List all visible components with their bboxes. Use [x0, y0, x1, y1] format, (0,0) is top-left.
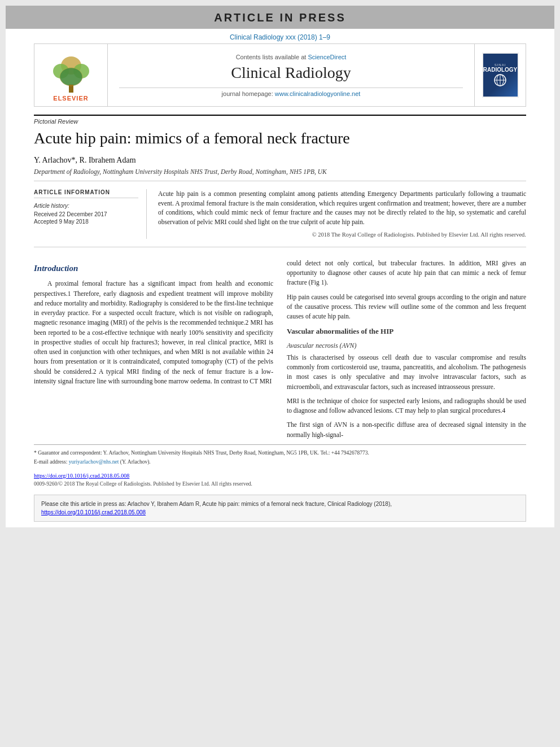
footnote-guarantor: * Guarantor and correspondent: Y. Arlach…	[34, 449, 526, 457]
intro-para3-text: Hip pain causes could be categorised int…	[287, 294, 526, 320]
article-affiliation: Department of Radiology, Nottingham Univ…	[34, 168, 526, 181]
citation-note-bar: Please cite this article in press as: Ar…	[34, 495, 526, 522]
journal-title: Clinical Radiology	[231, 64, 351, 82]
journal-citation-text: Clinical Radiology xxx (2018) 1–9	[230, 33, 330, 41]
avn-para3-text: The first sign of AVN is a non-specific …	[287, 421, 526, 438]
article-authors: Y. Arlachov*, R. Ibrahem Adam	[34, 156, 526, 165]
received-date: Received 22 December 2017	[34, 211, 138, 217]
avn-para2: MRI is the technique of choice for suspe…	[287, 396, 526, 416]
introduction-heading: Introduction	[34, 262, 273, 275]
article-in-press-text: ARTICLE IN PRESS	[214, 11, 346, 24]
footnote-guarantor-text: * Guarantor and correspondent: Y. Arlach…	[34, 450, 369, 456]
vascular-heading: Vascular abnormalities of the HIP	[287, 326, 526, 337]
elsevier-tree-icon	[49, 55, 94, 94]
accepted-date: Accepted 9 May 2018	[34, 219, 138, 225]
citation-note-link[interactable]: https://doi.org/10.1016/j.crad.2018.05.0…	[41, 509, 146, 516]
article-type: Pictorial Review	[34, 115, 526, 125]
doi-link[interactable]: https://doi.org/10.1016/j.crad.2018.05.0…	[34, 473, 129, 479]
article-history-label: Article history:	[34, 203, 138, 209]
abstract-column: Acute hip pain is a common presenting co…	[158, 189, 526, 239]
intro-para3: Hip pain causes could be categorised int…	[287, 292, 526, 322]
avn-para1-text: This is characterised by osseous cell de…	[287, 354, 526, 390]
avn-para3: The first sign of AVN is a non-specific …	[287, 420, 526, 440]
article-info-header: ARTICLE INFORMATION	[34, 189, 138, 198]
elsevier-logo-section: ELSEVIER	[34, 44, 108, 106]
abstract-text: Acute hip pain is a common presenting co…	[158, 190, 526, 225]
copyright-footer: 0009-9260/© 2018 The Royal College of Ra…	[6, 480, 554, 490]
journal-homepage-link[interactable]: www.clinicalradiologyonline.net	[275, 90, 361, 97]
badge-top-text: Sinai	[495, 63, 506, 67]
avn-para1: This is characterised by osseous cell de…	[287, 353, 526, 392]
copyright-footer-text: 0009-9260/© 2018 The Royal College of Ra…	[34, 481, 252, 487]
contents-line: Contents lists available at ScienceDirec…	[236, 54, 347, 60]
footnote-email-link[interactable]: yuriyarlachov@nhs.net	[69, 459, 119, 465]
radiology-badge: Sinai RADIOLOGY	[482, 53, 519, 98]
article-title: Acute hip pain: mimics of a femoral neck…	[34, 128, 526, 148]
footnote-email-label: E-mail address:	[34, 459, 69, 465]
journal-badge-section: Sinai RADIOLOGY	[475, 44, 526, 106]
doi-line: https://doi.org/10.1016/j.crad.2018.05.0…	[6, 470, 554, 480]
footnote-section: * Guarantor and correspondent: Y. Arlach…	[34, 444, 526, 470]
intro-para1: A proximal femoral fracture has a signif…	[34, 279, 273, 386]
footnote-email-line: E-mail address: yuriyarlachov@nhs.net (Y…	[34, 458, 526, 466]
citation-note-prefix: Please cite this article in press as: Ar…	[41, 501, 392, 507]
badge-main-text: RADIOLOGY	[483, 67, 518, 73]
article-info-column: ARTICLE INFORMATION Article history: Rec…	[34, 189, 147, 239]
footnote-email-suffix: (Y. Arlachov).	[119, 459, 150, 465]
badge-icon	[489, 73, 511, 88]
elsevier-label: ELSEVIER	[53, 95, 88, 102]
body-left-column: Introduction A proximal femoral fracture…	[34, 259, 273, 444]
body-two-column: Introduction A proximal femoral fracture…	[34, 253, 526, 444]
journal-header-center: Contents lists available at ScienceDirec…	[108, 44, 475, 106]
intro-para1-text: A proximal femoral fracture has a signif…	[34, 280, 273, 385]
avn-subheading: Avascular necrosis (AVN)	[287, 340, 526, 351]
abstract-copyright: © 2018 The Royal College of Radiologists…	[158, 230, 526, 239]
info-abstract-row: ARTICLE INFORMATION Article history: Rec…	[34, 189, 526, 247]
body-right-column: could detect not only cortical, but trab…	[287, 259, 526, 444]
sciencedirect-link[interactable]: ScienceDirect	[308, 54, 346, 60]
journal-header-box: ELSEVIER Contents lists available at Sci…	[34, 43, 526, 107]
homepage-line: journal homepage: www.clinicalradiologyo…	[222, 90, 361, 97]
intro-para2: could detect not only cortical, but trab…	[287, 259, 526, 288]
article-in-press-banner: ARTICLE IN PRESS	[6, 6, 554, 29]
header-divider	[119, 88, 463, 88]
avn-para2-text: MRI is the technique of choice for suspe…	[287, 397, 526, 414]
intro-para2-text: could detect not only cortical, but trab…	[287, 260, 526, 286]
journal-citation: Clinical Radiology xxx (2018) 1–9	[6, 29, 554, 43]
article-content: Pictorial Review Acute hip pain: mimics …	[6, 107, 554, 444]
